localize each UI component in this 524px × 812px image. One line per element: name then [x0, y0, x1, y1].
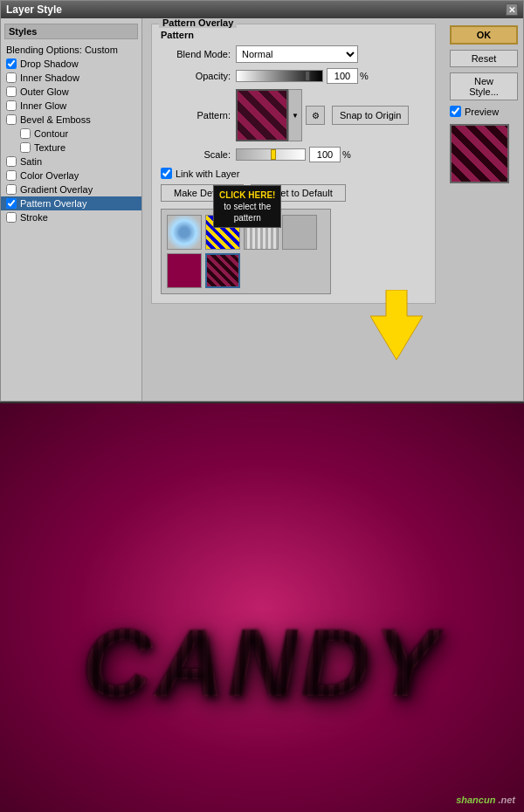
section-title: Pattern Overlay: [159, 18, 237, 28]
outer-glow-checkbox[interactable]: [6, 86, 17, 97]
preview-text: Preview: [465, 107, 499, 117]
close-button[interactable]: ✕: [506, 3, 518, 16]
layer-style-dialog: Layer Style ✕ Styles Blending Options: C…: [0, 0, 524, 402]
opacity-slider[interactable]: [236, 70, 323, 82]
opacity-row: Opacity: %: [161, 68, 426, 84]
opacity-pct: %: [360, 71, 369, 81]
inner-shadow-checkbox[interactable]: [6, 72, 17, 83]
dialog-title: Layer Style: [6, 3, 62, 16]
outer-glow-item[interactable]: Outer Glow: [1, 85, 141, 99]
texture-checkbox[interactable]: [20, 142, 31, 153]
watermark: shancun .net: [456, 795, 515, 805]
canvas-area: CANDY shancun .net: [0, 403, 524, 812]
watermark-site: shancun: [456, 795, 495, 805]
snap-to-origin-button[interactable]: Snap to Origin: [332, 106, 409, 125]
pattern-label: Pattern:: [161, 110, 231, 120]
opacity-input[interactable]: [327, 68, 358, 84]
pattern-overlay-checkbox[interactable]: [6, 198, 17, 209]
left-panel: Styles Blending Options: Custom Drop Sha…: [1, 18, 142, 401]
scale-row: Scale: %: [161, 147, 426, 162]
gradient-overlay-checkbox[interactable]: [6, 184, 17, 195]
satin-item[interactable]: Satin: [1, 155, 141, 169]
scale-label: Scale:: [161, 149, 231, 160]
gradient-overlay-item[interactable]: Gradient Overlay: [1, 182, 141, 196]
drop-shadow-item[interactable]: Drop Shadow: [1, 57, 141, 71]
ok-button[interactable]: OK: [450, 25, 518, 45]
pattern-swatch-selected[interactable]: [205, 253, 240, 288]
inner-shadow-label: Inner Shadow: [20, 72, 79, 83]
pattern-swatch-2[interactable]: [205, 215, 240, 250]
reset-button[interactable]: Reset: [450, 50, 518, 67]
right-panel: OK Reset New Style... Preview: [445, 18, 523, 401]
contour-checkbox[interactable]: [20, 128, 31, 139]
scale-input[interactable]: [309, 147, 341, 162]
opacity-label: Opacity:: [161, 71, 231, 81]
pattern-overlay-label: Pattern Overlay: [20, 198, 86, 209]
color-overlay-item[interactable]: Color Overlay: [1, 169, 141, 182]
new-style-button[interactable]: New Style...: [450, 72, 518, 100]
pattern-swatch-4[interactable]: [282, 215, 317, 250]
satin-label: Satin: [20, 156, 42, 167]
svg-marker-0: [370, 290, 423, 360]
watermark-tld: .net: [498, 795, 515, 805]
drop-shadow-checkbox[interactable]: [6, 58, 17, 69]
texture-item[interactable]: Texture: [1, 141, 141, 155]
pattern-swatch-3[interactable]: [244, 215, 279, 250]
stroke-label: Stroke: [20, 212, 48, 223]
blend-mode-row: Blend Mode: Normal: [161, 45, 426, 63]
link-with-layer-label: Link with Layer: [176, 169, 239, 179]
bevel-emboss-label: Bevel & Emboss: [20, 114, 91, 125]
pattern-thumbnail[interactable]: [236, 89, 288, 141]
stroke-checkbox[interactable]: [6, 212, 17, 223]
preview-checkbox[interactable]: [450, 106, 461, 117]
subsection-title: Pattern: [161, 30, 426, 40]
middle-panel: Pattern Overlay Pattern Blend Mode: Norm…: [142, 18, 445, 401]
bevel-emboss-checkbox[interactable]: [6, 114, 17, 125]
preview-label: Preview: [450, 106, 518, 117]
blend-mode-select[interactable]: Normal: [236, 45, 358, 63]
reset-default-button[interactable]: Reset to Default: [251, 184, 346, 202]
drop-shadow-label: Drop Shadow: [20, 58, 79, 69]
preview-thumbnail: [450, 124, 509, 183]
pattern-row: Pattern: ▼ ⚙ Snap to Origin: [161, 89, 426, 141]
color-overlay-checkbox[interactable]: [6, 170, 17, 181]
blending-options-item[interactable]: Blending Options: Custom: [1, 43, 141, 57]
make-default-button[interactable]: Make Default: [161, 184, 244, 202]
scale-thumb[interactable]: [271, 149, 276, 160]
gradient-overlay-label: Gradient Overlay: [20, 184, 93, 195]
pattern-overlay-item[interactable]: Pattern Overlay: [1, 196, 141, 210]
opacity-thumb[interactable]: [305, 71, 310, 81]
color-overlay-label: Color Overlay: [20, 170, 79, 181]
candy-text: CANDY: [82, 607, 441, 718]
inner-glow-label: Inner Glow: [20, 100, 66, 111]
texture-label: Texture: [34, 142, 66, 153]
scale-pct: %: [342, 149, 351, 160]
inner-glow-checkbox[interactable]: [6, 100, 17, 111]
contour-item[interactable]: Contour: [1, 127, 141, 141]
inner-glow-item[interactable]: Inner Glow: [1, 99, 141, 113]
dialog-body: Styles Blending Options: Custom Drop Sha…: [1, 18, 523, 401]
title-bar: Layer Style ✕: [1, 1, 523, 18]
link-with-layer-row: Link with Layer: [161, 168, 426, 179]
outer-glow-label: Outer Glow: [20, 86, 69, 97]
styles-header: Styles: [4, 24, 138, 39]
link-with-layer-checkbox[interactable]: [161, 168, 172, 179]
bevel-emboss-item[interactable]: Bevel & Emboss: [1, 113, 141, 127]
contour-label: Contour: [34, 128, 68, 139]
pattern-dropdown-button[interactable]: ▼: [288, 89, 302, 141]
inner-shadow-item[interactable]: Inner Shadow: [1, 71, 141, 85]
scale-slider[interactable]: [236, 148, 306, 161]
arrow-indicator: [370, 290, 423, 361]
pattern-picker: [161, 209, 331, 294]
stroke-item[interactable]: Stroke: [1, 210, 141, 224]
default-buttons-row: Make Default Reset to Default: [161, 184, 426, 202]
blending-options-label: Blending Options: Custom: [6, 45, 118, 55]
pattern-swatch-5[interactable]: [167, 253, 202, 288]
pattern-overlay-section: Pattern Overlay Pattern Blend Mode: Norm…: [151, 24, 436, 304]
satin-checkbox[interactable]: [6, 156, 17, 167]
pattern-swatch-1[interactable]: [167, 215, 202, 250]
pattern-options-button[interactable]: ⚙: [306, 106, 325, 125]
blend-mode-label: Blend Mode:: [161, 49, 231, 59]
pattern-section: Pattern: ▼ ⚙ Snap to Origin CLICK HERE! …: [161, 89, 426, 141]
